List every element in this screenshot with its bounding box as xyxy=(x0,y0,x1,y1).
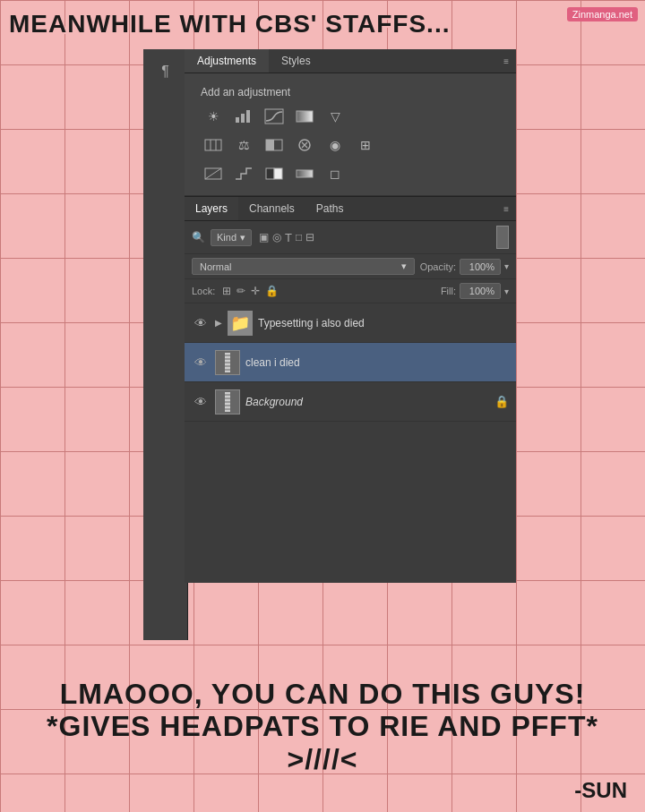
channelmixer-icon[interactable]: ◉ xyxy=(322,134,348,156)
kind-bar: 🔍 Kind ▾ ▣ ◎ T □ ⊟ xyxy=(185,221,516,254)
shape-filter-icon[interactable]: □ xyxy=(296,231,302,244)
layer-name-background: Background xyxy=(245,396,489,408)
layer-thumb-clean xyxy=(215,350,240,375)
levels-icon[interactable] xyxy=(231,106,256,127)
layer-row-background[interactable]: 👁 Background 🔒 xyxy=(185,382,516,422)
fill-group: Fill: 100% ▾ xyxy=(441,283,509,299)
layers-empty-area xyxy=(185,422,516,583)
eye-icon-typesetting[interactable]: 👁 xyxy=(192,316,210,330)
opacity-value[interactable]: 100% xyxy=(460,259,501,275)
search-icon: 🔍 xyxy=(192,231,205,244)
photofilter-icon[interactable] xyxy=(292,134,317,156)
adjustments-section: Add an adjustment ☀ xyxy=(185,73,516,196)
smart-filter-icon[interactable]: ⊟ xyxy=(305,231,314,244)
curves-icon[interactable] xyxy=(262,106,287,127)
layer-thumb-inner-clean xyxy=(225,353,230,372)
layer-row-typesetting[interactable]: 👁 ▶ 📁 Typesetting i also died xyxy=(185,303,516,343)
lock-bar: Lock: ⊞ ✏ ✛ 🔒 Fill: 100% ▾ xyxy=(185,279,516,303)
adjustment-filter-icon[interactable]: ◎ xyxy=(272,231,281,244)
ps-main-panel: Adjustments Styles ≡ Add an adjustment ☀ xyxy=(185,49,516,583)
svg-rect-5 xyxy=(205,140,221,150)
eye-icon-clean[interactable]: 👁 xyxy=(192,355,210,370)
svg-rect-0 xyxy=(236,117,239,123)
ps-sidebar: ¶ xyxy=(143,49,188,640)
adj-icons-row-2: ⚖ ◉ ⊞ xyxy=(194,132,507,158)
tab-adjustments[interactable]: Adjustments xyxy=(185,49,269,73)
blend-mode-dropdown[interactable]: Normal ▾ xyxy=(192,258,415,275)
lock-paint-icon[interactable]: ✏ xyxy=(236,285,245,297)
layer-lock-background: 🔒 xyxy=(494,395,509,408)
colorlookup-icon[interactable]: ⊞ xyxy=(353,134,378,156)
selectivecolor-icon[interactable]: ◻ xyxy=(322,163,348,184)
svg-rect-13 xyxy=(274,168,282,179)
kind-filter-icons: ▣ ◎ T □ ⊟ xyxy=(259,231,314,244)
svg-rect-14 xyxy=(297,170,313,177)
layer-thumb-typesetting: 📁 xyxy=(228,311,253,336)
lock-pixels-icon[interactable]: ⊞ xyxy=(222,285,231,297)
layer-row-clean[interactable]: 👁 clean i died xyxy=(185,343,516,382)
layer-name-clean: clean i died xyxy=(245,356,509,369)
color-swatch xyxy=(496,226,509,249)
blackwhite-icon[interactable] xyxy=(262,134,287,156)
lock-move-icon[interactable]: ✛ xyxy=(251,285,260,297)
fill-label: Fill: xyxy=(441,286,456,296)
text-filter-icon[interactable]: T xyxy=(285,231,292,244)
exposure-icon[interactable] xyxy=(292,106,317,127)
lock-icons: ⊞ ✏ ✛ 🔒 xyxy=(222,285,279,297)
adjustments-tabs: Adjustments Styles ≡ xyxy=(185,49,516,73)
signature: -SUN xyxy=(574,778,627,803)
group-arrow-typesetting[interactable]: ▶ xyxy=(215,318,222,328)
blend-opacity-bar: Normal ▾ Opacity: 100% ▾ xyxy=(185,254,516,279)
layers-tabs: Layers Channels Paths ≡ xyxy=(185,196,516,221)
pixel-filter-icon[interactable]: ▣ xyxy=(259,231,269,244)
adjustments-menu-icon[interactable]: ≡ xyxy=(503,56,509,66)
hsl-icon[interactable] xyxy=(201,134,226,156)
opacity-dropdown-arrow[interactable]: ▾ xyxy=(504,261,509,271)
layer-thumb-inner-background xyxy=(225,392,230,412)
svg-rect-9 xyxy=(266,140,274,150)
tab-paths[interactable]: Paths xyxy=(305,197,355,220)
adj-icons-row-1: ☀ ▽ xyxy=(194,104,507,129)
colorbalance-icon[interactable]: ⚖ xyxy=(231,134,256,156)
threshold-icon[interactable] xyxy=(262,163,287,184)
kind-dropdown[interactable]: Kind ▾ xyxy=(211,229,252,246)
fill-value[interactable]: 100% xyxy=(460,283,501,299)
vibrance-icon[interactable]: ▽ xyxy=(322,106,348,127)
eye-icon-background[interactable]: 👁 xyxy=(192,395,210,409)
folder-icon-typesetting: 📁 xyxy=(230,313,250,333)
opacity-label: Opacity: xyxy=(420,261,456,272)
svg-rect-4 xyxy=(297,111,313,122)
tab-channels[interactable]: Channels xyxy=(238,197,305,220)
invert-icon[interactable] xyxy=(201,163,226,184)
svg-rect-12 xyxy=(266,168,274,179)
lock-label: Lock: xyxy=(192,286,215,296)
tab-layers[interactable]: Layers xyxy=(185,197,238,220)
lock-all-icon[interactable]: 🔒 xyxy=(265,285,279,297)
gradientmap-icon[interactable] xyxy=(292,163,317,184)
adj-icons-row-3: ◻ xyxy=(194,161,507,186)
add-adjustment-title: Add an adjustment xyxy=(194,79,507,104)
brightness-icon[interactable]: ☀ xyxy=(201,106,226,127)
layer-name-typesetting: Typesetting i also died xyxy=(258,317,509,329)
bottom-text: LMAOOO, YOU CAN DO THIS GUYS! *GIVES HEA… xyxy=(0,678,645,776)
layers-menu-icon[interactable]: ≡ xyxy=(503,204,509,214)
fill-dropdown-arrow[interactable]: ▾ xyxy=(504,286,509,296)
watermark: Zinmanga.net xyxy=(567,7,638,21)
opacity-group: Opacity: 100% ▾ xyxy=(420,259,509,275)
sidebar-paragraph-icon[interactable]: ¶ xyxy=(149,55,183,89)
posterize-icon[interactable] xyxy=(231,163,256,184)
tab-styles[interactable]: Styles xyxy=(269,49,323,73)
top-text: MEANWHILE WITH CBS' STAFFS... xyxy=(9,9,450,39)
layer-thumb-background xyxy=(215,389,240,415)
svg-rect-1 xyxy=(241,114,245,123)
svg-rect-2 xyxy=(246,110,250,123)
